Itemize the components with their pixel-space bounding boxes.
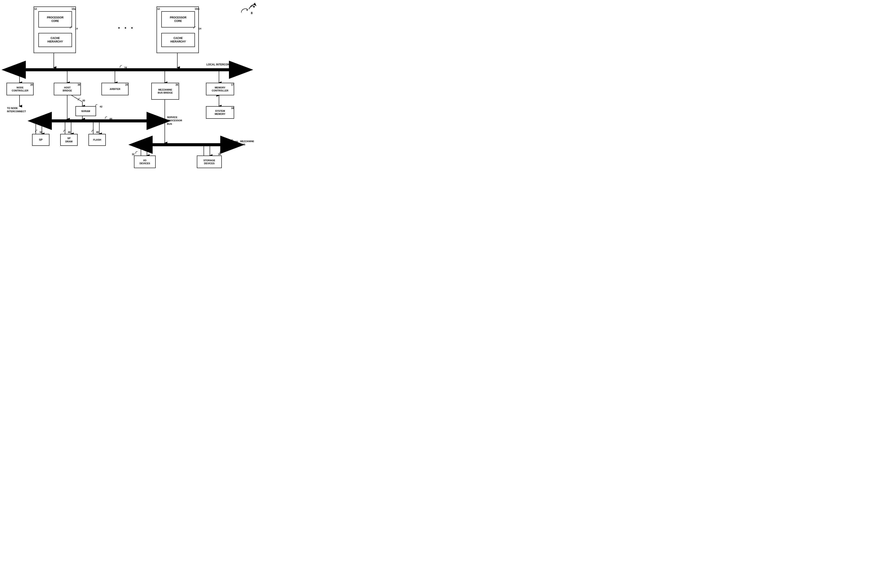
nvram-label: NVRAM [81,110,90,113]
svg-marker-30 [246,9,248,11]
service-processor-bus-label: SERVICEPROCESSORBUS [167,116,182,126]
ref-14-10m: 14 [192,25,201,30]
memory-controller-label: MEMORY CONTROLLER [212,86,228,92]
host-bridge-label: HOST BRIDGE [63,86,72,92]
io-devices-box: I/O DEVICES [134,156,156,168]
sp-dram-box: SP DRAM [60,134,77,146]
cache-hierarchy-10m: CACHE HIERARCHY [161,33,195,47]
ref-32: 32 [132,153,134,156]
ref-12-10a: 12 [34,7,37,10]
processor-core-10a-label: PROCESSOR CORE [47,16,64,23]
cache-hierarchy-10a: CACHE HIERARCHY [39,33,72,47]
ref-18: 18 [231,107,234,110]
ref-26: 26 [176,83,178,86]
cache-hierarchy-10a-label: CACHE HIERARCHY [48,37,63,43]
ref-16: 16 [119,65,127,69]
ref-30: 30 [230,139,238,143]
flash-box: FLASH [88,134,106,146]
node-controller-label: NODE CONTROLLER [12,86,28,92]
storage-devices-box: STORAGE DEVICES [197,156,222,168]
memory-controller-box: MEMORY CONTROLLER [206,83,234,95]
ref-48: 48 [91,129,98,134]
ref-24: 24 [125,83,128,86]
ref-10m: 10m [195,7,200,10]
sp-label: SP [39,138,43,142]
local-interconnect-label: LOCAL INTERCONNECT [206,63,237,67]
flash-label: FLASH [93,138,101,141]
sp-box: SP [32,134,49,146]
ref-44: 44 [104,116,112,120]
svg-marker-29 [253,6,255,8]
ref-20: 20 [30,83,33,86]
storage-devices-label: STORAGE DEVICES [203,159,215,165]
architecture-diagram: PROCESSOR CORE CACHE HIERARCHY 12 10a 14… [0,0,260,176]
nvram-box: NVRAM [76,106,96,116]
ref-46: 46 [63,129,70,134]
mezzanine-bus-bridge-box: MEZZANINE BUS BRIDGE [151,83,179,99]
ref-50: 50 [34,129,42,134]
ref-40: 40 [77,98,85,102]
ref-14-10a: 14 [69,25,77,30]
ref-42: 42 [94,104,102,108]
processor-core-10a: PROCESSOR CORE [39,11,72,28]
arbiter-box: ARBITER [101,83,128,95]
sp-dram-label: SP DRAM [66,137,73,143]
mezzanine-bus-label: MEZZANINEBUS [240,140,254,147]
processor-core-10m-label: PROCESSOR CORE [170,16,186,23]
dots-separator: • • • [118,25,134,31]
arbiter-label: ARBITER [110,88,120,91]
ref-10a: 10a [72,7,76,10]
host-bridge-box: HOST BRIDGE [54,83,81,95]
ref-12-10m: 12 [157,7,160,10]
mezzanine-bus-bridge-label: MEZZANINE BUS BRIDGE [158,88,173,95]
processor-core-10m: PROCESSOR CORE [161,11,195,28]
cache-hierarchy-10m-label: CACHE HIERARCHY [170,37,186,43]
ref-38: 38 [77,83,80,86]
to-node-interconnect-label: TO NODEINTERCONNECT [7,107,26,113]
system-memory-box: SYSTEM MEMORY [206,106,234,119]
node-controller-box: NODE CONTROLLER [6,83,34,95]
io-devices-label: I/O DEVICES [140,159,150,165]
ref-8-label: 8 [239,6,253,15]
system-memory-label: SYSTEM MEMORY [215,110,225,116]
ref-17: 17 [231,83,234,86]
